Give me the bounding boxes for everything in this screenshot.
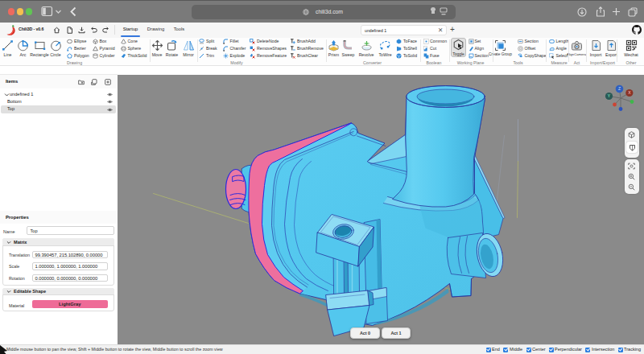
svg-text:Z: Z (618, 86, 621, 91)
